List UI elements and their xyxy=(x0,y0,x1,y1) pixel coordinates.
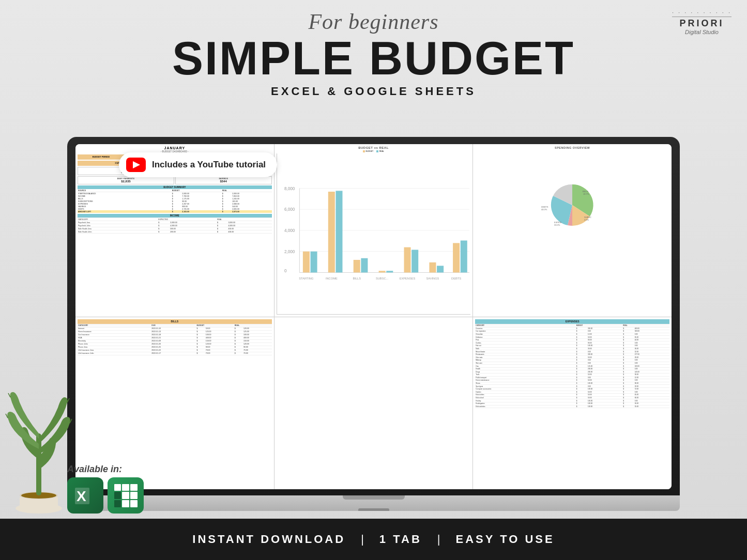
tagline: For beginners xyxy=(0,9,747,34)
svg-rect-13 xyxy=(328,192,334,273)
svg-rect-17 xyxy=(378,271,385,272)
bills-title: BILLS xyxy=(78,319,272,324)
sheets-cell xyxy=(114,500,121,507)
svg-rect-22 xyxy=(437,266,444,272)
svg-text:8,000: 8,000 xyxy=(284,186,295,191)
excel-svg: X xyxy=(72,483,98,508)
svg-rect-12 xyxy=(310,252,317,273)
svg-text:EXPENSES: EXPENSES xyxy=(399,277,415,280)
spreadsheet-content: JANUARY - BUDGET DASHBOARD - BUDGET PERI… xyxy=(75,144,672,489)
footer-sep-1: | xyxy=(361,533,364,546)
laptop-body: JANUARY - BUDGET DASHBOARD - BUDGET PERI… xyxy=(67,137,680,495)
svg-text:INCOME: INCOME xyxy=(326,277,338,280)
bar-chart: 8,000 6,000 4,000 2,000 0 xyxy=(277,153,471,315)
summary-title: BUDGET SUMMARY xyxy=(78,185,272,189)
footer-item-3: EASY TO USE xyxy=(456,533,555,546)
sheets-cell xyxy=(130,492,138,499)
subtitle: EXCEL & GOOGLE SHEETS xyxy=(0,85,747,98)
debt-metric: DEBT PAYMENTS $2,835 xyxy=(78,176,174,184)
svg-text:SUBSC...: SUBSC... xyxy=(376,277,389,280)
bottom-bar: INSTANT DOWNLOAD | 1 TAB | EASY TO USE xyxy=(0,519,747,560)
svg-rect-11 xyxy=(303,252,310,273)
income-title: INCOME xyxy=(78,214,272,218)
pie-chart: BILLS 19.7% SUBSC 2.0% EXPEN 33.0% DEBTS… xyxy=(539,179,606,231)
spending-title: SPENDING OVERVIEW xyxy=(475,146,669,149)
sheets-cell xyxy=(130,484,138,491)
header-section: For beginners SIMPLE BUDGET EXCEL & GOOG… xyxy=(0,0,747,98)
empty-panel xyxy=(275,317,473,490)
svg-text:19.7%: 19.7% xyxy=(583,193,589,195)
sheets-cell xyxy=(130,500,138,507)
svg-rect-23 xyxy=(453,243,460,272)
svg-text:DEBTS: DEBTS xyxy=(451,277,461,280)
pie-chart-area: BILLS 19.7% SUBSC 2.0% EXPEN 33.0% DEBTS… xyxy=(475,150,669,260)
savings-metric: SAVINGS $544 xyxy=(175,176,272,184)
svg-text:33.0%: 33.0% xyxy=(554,224,560,226)
income-table: INCOME CATEGORYEXPECTEDREAL Paycheck Jes… xyxy=(78,214,272,234)
svg-text:6,000: 6,000 xyxy=(284,207,295,212)
svg-text:4,000: 4,000 xyxy=(284,228,295,233)
legend-budget: BUDGET xyxy=(363,150,373,152)
footer-sep-2: | xyxy=(437,533,440,546)
svg-text:2,000: 2,000 xyxy=(284,250,295,254)
youtube-badge: Includes a YouTube tutorial xyxy=(119,152,277,177)
excel-icon: X xyxy=(67,477,103,514)
chart-panel: BUDGET vs REAL BUDGET REAL xyxy=(275,144,473,317)
spending-overview-panel: SPENDING OVERVIEW xyxy=(473,144,672,317)
bills-panel: BILLS CATEGORYDUEBUDGETREAL Internet2022… xyxy=(75,317,274,490)
main-title: SIMPLE BUDGET xyxy=(0,35,747,82)
chart-title: BUDGET vs REAL xyxy=(277,146,471,149)
youtube-icon xyxy=(126,158,146,172)
youtube-play-icon xyxy=(133,161,140,168)
expenses-table: EXPENSES CATEGORYBUDGETREAL Groceries$30… xyxy=(475,319,669,409)
svg-rect-21 xyxy=(429,262,436,273)
laptop-notch xyxy=(358,508,389,511)
legend-real-label: REAL xyxy=(379,150,384,152)
svg-text:2.0%: 2.0% xyxy=(584,219,589,221)
svg-text:44.0%: 44.0% xyxy=(541,208,547,211)
expenses-panel: EXPENSES CATEGORYBUDGETREAL Groceries$30… xyxy=(473,317,672,490)
svg-rect-14 xyxy=(336,191,342,272)
savings-value: $544 xyxy=(177,180,270,183)
svg-text:SAVINGS: SAVINGS xyxy=(426,277,439,280)
legend-real-dot xyxy=(376,150,378,152)
bills-table: BILLS CATEGORYDUEBUDGETREAL Internet2022… xyxy=(78,319,272,355)
footer-item-2: 1 TAB xyxy=(379,533,422,546)
sheets-cell xyxy=(122,500,129,507)
sheets-cell xyxy=(122,492,129,499)
expenses-title: EXPENSES xyxy=(475,319,669,324)
svg-text:0: 0 xyxy=(284,269,287,274)
svg-rect-19 xyxy=(404,247,410,273)
svg-line-45 xyxy=(8,393,10,397)
svg-line-46 xyxy=(67,398,69,402)
svg-rect-18 xyxy=(386,271,393,272)
budget-summary-table: BUDGET SUMMARY SOURCE BUDGET REAL STARTI… xyxy=(78,185,272,213)
svg-rect-15 xyxy=(353,260,360,272)
youtube-badge-text: Includes a YouTube tutorial xyxy=(152,160,266,170)
laptop-container: JANUARY - BUDGET DASHBOARD - BUDGET PERI… xyxy=(67,137,680,511)
svg-rect-16 xyxy=(361,258,368,273)
footer-item-1: INSTANT DOWNLOAD xyxy=(192,533,345,546)
legend-real: REAL xyxy=(376,150,384,152)
available-label: Available in: xyxy=(67,464,122,475)
svg-rect-20 xyxy=(411,250,418,272)
google-sheets-icon xyxy=(108,477,144,514)
dashboard-title: JANUARY xyxy=(78,146,272,150)
legend-budget-label: BUDGET xyxy=(366,150,374,152)
sheets-cell xyxy=(114,484,121,491)
sheets-cell xyxy=(114,492,121,499)
debt-value: $2,835 xyxy=(79,180,173,183)
sheets-cell xyxy=(122,484,129,491)
laptop-base xyxy=(67,495,680,511)
available-section: Available in: X xyxy=(67,464,144,514)
legend-budget-dot xyxy=(363,150,365,152)
bar-chart-svg: 8,000 6,000 4,000 2,000 0 xyxy=(284,154,470,310)
sheets-grid xyxy=(114,484,138,507)
app-icons: X xyxy=(67,477,144,514)
svg-text:BILLS: BILLS xyxy=(353,277,361,280)
laptop-screen: JANUARY - BUDGET DASHBOARD - BUDGET PERI… xyxy=(75,144,672,489)
svg-text:X: X xyxy=(77,488,86,504)
svg-text:STARTING: STARTING xyxy=(299,277,313,280)
budget-period-label: BUDGET PERIOD xyxy=(78,154,125,160)
laptop-hinge xyxy=(343,495,405,500)
